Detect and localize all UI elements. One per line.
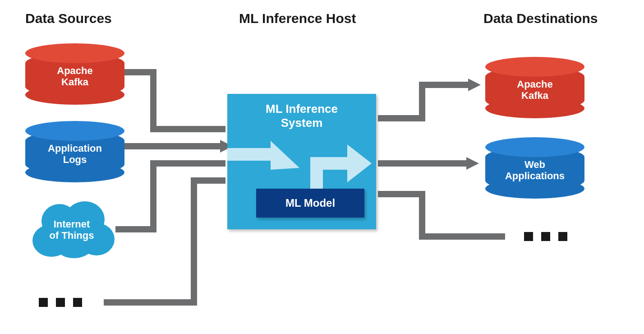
- svg-rect-10: [310, 168, 323, 191]
- svg-marker-2: [466, 157, 479, 170]
- heading-sources: Data Sources: [25, 11, 112, 26]
- source-app-logs-label: ApplicationLogs: [48, 140, 102, 166]
- heading-destinations: Data Destinations: [483, 11, 598, 26]
- svg-marker-12: [347, 144, 372, 182]
- svg-marker-1: [468, 79, 481, 91]
- svg-rect-11: [310, 157, 349, 170]
- source-kafka-label: ApacheKafka: [57, 62, 92, 88]
- diagram-stage: Data Sources ML Inference Host Data Dest…: [0, 0, 644, 334]
- dest-web-apps-label: WebApplications: [505, 156, 565, 182]
- ml-inference-host-box: ML InferenceSystem ML Model: [227, 94, 376, 229]
- heading-host: ML Inference Host: [239, 11, 356, 26]
- svg-rect-8: [227, 148, 272, 161]
- sources-more-icon: [39, 298, 82, 307]
- source-app-logs: ApplicationLogs: [25, 131, 124, 174]
- destinations-more-icon: [524, 232, 567, 241]
- source-iot-label: Internetof Things: [24, 218, 119, 241]
- svg-marker-9: [271, 141, 299, 170]
- dest-kafka-label: ApacheKafka: [517, 76, 552, 102]
- ml-model-label: ML Model: [285, 197, 335, 209]
- dest-kafka: ApacheKafka: [485, 67, 584, 110]
- dest-web-apps: WebApplications: [485, 147, 584, 190]
- ml-model-box: ML Model: [256, 189, 364, 218]
- source-kafka: ApacheKafka: [25, 53, 124, 97]
- source-iot: Internetof Things: [24, 198, 119, 256]
